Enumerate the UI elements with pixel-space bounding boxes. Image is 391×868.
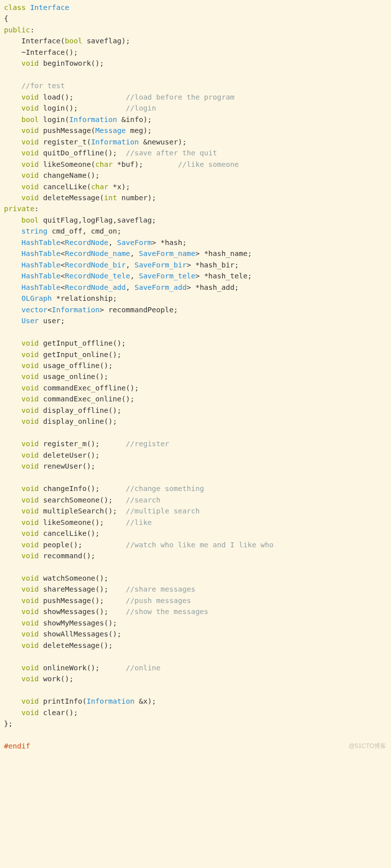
code-line: void cancelLike(char *x); [4, 181, 387, 192]
code-line: void clear(); [4, 707, 387, 718]
code-line: void likeSomeone(); //like [4, 517, 387, 528]
preprocessor-directive: #endif [4, 742, 30, 750]
code-line: HashTable<RecordNode_bir, SaveForm_bir> … [4, 259, 387, 270]
code-line: void renewUser(); [4, 461, 387, 472]
code-line: void pushMessage(); //push messages [4, 595, 387, 606]
code-line: class Interface [4, 2, 387, 13]
code-line [4, 327, 387, 338]
code-line: void watchSomeone(); [4, 573, 387, 584]
code-line: void load(); //load before the program [4, 92, 387, 103]
code-line: private: [4, 203, 387, 214]
watermark-text: @51CTO博客 [349, 742, 386, 751]
code-line [4, 427, 387, 438]
code-line [4, 729, 387, 740]
code-line [4, 561, 387, 572]
code-line: void cancelLike(); [4, 528, 387, 539]
code-line: void usage_offline(); [4, 360, 387, 371]
code-line: void beginTowork(); [4, 58, 387, 69]
code-line: void changeName(); [4, 170, 387, 181]
code-line: void showMessages(); //show the messages [4, 606, 387, 617]
code-line: void commandExec_offline(); [4, 382, 387, 393]
code-line: void multipleSearch(); //multiple search [4, 505, 387, 516]
code-line: bool quitFlag,logFlag,saveflag; [4, 215, 387, 226]
code-line: string cmd_off, cmd_on; [4, 226, 387, 237]
code-line: void recommand(); [4, 550, 387, 561]
code-line: void display_online(); [4, 416, 387, 427]
code-line [4, 685, 387, 696]
code-line: bool login(Information &info); [4, 114, 387, 125]
code-line: void showMyMessages(); [4, 618, 387, 628]
code-line: HashTable<RecordNode_name, SaveForm_name… [4, 248, 387, 259]
code-line: #endif [4, 741, 387, 751]
class-name: Interface [30, 3, 69, 11]
code-line [4, 472, 387, 483]
code-line [4, 69, 387, 80]
code-line: Interface(bool saveflag); [4, 35, 387, 46]
code-line: public: [4, 24, 387, 35]
code-line: HashTable<RecordNode_tele, SaveForm_tele… [4, 270, 387, 281]
code-line [4, 651, 387, 662]
code-line: void likeSomeone(char *buf); //like some… [4, 159, 387, 170]
code-line: void deleteMessage(); [4, 640, 387, 651]
code-line: void usage_online(); [4, 371, 387, 382]
code-line: ~Interface(); [4, 47, 387, 58]
code-line: vector<Information> recommandPeople; [4, 304, 387, 315]
code-line: void login(); //login [4, 103, 387, 114]
code-line: //for test [4, 80, 387, 91]
code-line: void work(); [4, 673, 387, 684]
code-line: HashTable<RecordNode, SaveForm> *hash; [4, 237, 387, 248]
code-line: void searchSomeone(); //search [4, 495, 387, 505]
code-line: void printInfo(Information &x); [4, 696, 387, 707]
code-line: void shareMessage(); //share messages [4, 584, 387, 595]
code-line: OLGraph *relationship; [4, 293, 387, 304]
code-line: void commandExec_online(); [4, 393, 387, 404]
code-line: void deleteMessage(int number); [4, 192, 387, 203]
code-line: void pushMessage(Message meg); [4, 125, 387, 136]
code-line: void quitDo_offline(); //save after the … [4, 147, 387, 158]
code-line: void getInput_online(); [4, 349, 387, 360]
code-line: void onlineWork(); //online [4, 662, 387, 673]
code-line: void register_m(); //register [4, 438, 387, 449]
code-line: }; [4, 718, 387, 729]
code-line: void showAllMessages(); [4, 628, 387, 639]
code-line: HashTable<RecordNode_add, SaveForm_add> … [4, 282, 387, 293]
code-line: void deleteUser(); [4, 450, 387, 461]
code-line: void getInput_offline(); [4, 338, 387, 349]
keyword: class [4, 3, 26, 11]
code-line: User user; [4, 315, 387, 326]
code-block: class Interface { public: Interface(bool… [4, 2, 387, 751]
code-line: { [4, 13, 387, 24]
code-line: void display_offline(); [4, 405, 387, 416]
code-line: void register_t(Information &newuser); [4, 136, 387, 147]
comment: //for test [21, 82, 65, 90]
code-line: void people(); //watch who like me and I… [4, 539, 387, 550]
code-line: void changeInfo(); //change something [4, 483, 387, 494]
